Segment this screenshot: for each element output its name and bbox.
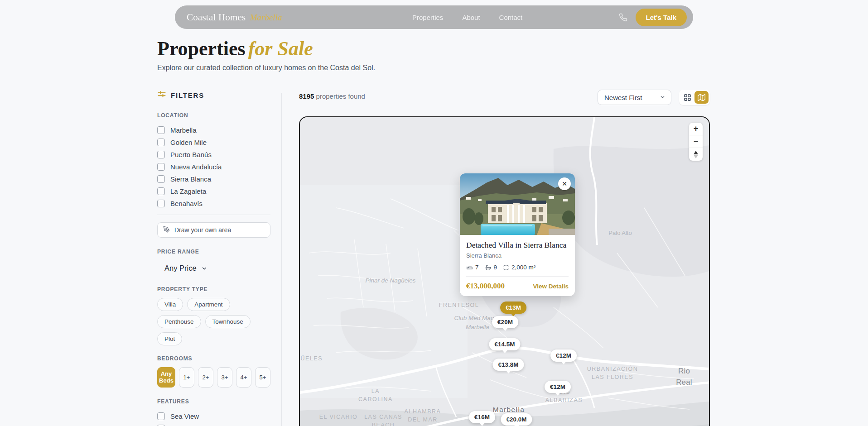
property-type-label: PROPERTY TYPE bbox=[157, 286, 270, 292]
lets-talk-button[interactable]: Let's Talk bbox=[636, 9, 687, 26]
map-marker[interactable]: €16M bbox=[469, 411, 495, 423]
results-count-suffix: properties found bbox=[314, 92, 365, 100]
bed-icon bbox=[466, 264, 473, 271]
map-marker[interactable]: €12M bbox=[545, 381, 571, 393]
compass-button[interactable] bbox=[689, 148, 703, 161]
map-canvas[interactable]: Palo Alto Pinar de Nagüeles FRENTESOL Cl… bbox=[299, 116, 710, 426]
checkbox-label[interactable]: Benahavís bbox=[170, 200, 203, 207]
map-marker[interactable]: €14.5M bbox=[489, 338, 520, 350]
checkbox-la-zagaleta[interactable] bbox=[157, 187, 165, 195]
villa-photo-illustration bbox=[460, 173, 575, 235]
page-header: Propertiesfor Sale Explore our curated c… bbox=[157, 37, 375, 72]
chip-townhouse[interactable]: Townhouse bbox=[205, 315, 251, 328]
map-marker[interactable]: €13.8M bbox=[492, 359, 524, 371]
map-marker[interactable]: €20M bbox=[492, 316, 518, 328]
checkbox-label[interactable]: Marbella bbox=[170, 126, 197, 134]
location-list[interactable]: Marbella Golden Mile Puerto Banús Nueva … bbox=[157, 124, 270, 208]
popup-location: Sierra Blanca bbox=[466, 252, 569, 259]
map-marker[interactable]: €12M bbox=[550, 349, 577, 362]
feature-option: Sea View bbox=[157, 410, 270, 422]
checkbox-label[interactable]: Puerto Banús bbox=[170, 151, 212, 158]
view-details-link[interactable]: View Details bbox=[533, 283, 569, 290]
chevron-down-icon bbox=[660, 94, 665, 101]
checkbox-label[interactable]: La Zagaleta bbox=[170, 187, 206, 195]
chip-villa[interactable]: Villa bbox=[157, 298, 183, 311]
zoom-in-button[interactable]: + bbox=[689, 123, 703, 135]
price-dropdown-value: Any Price bbox=[164, 264, 197, 273]
grid-view-button[interactable] bbox=[680, 91, 694, 104]
features-label: FEATURES bbox=[157, 398, 270, 405]
baths-feature: 9 bbox=[485, 264, 497, 271]
checkbox-nueva-andalucia[interactable] bbox=[157, 163, 165, 171]
nav-right: Let's Talk bbox=[619, 9, 687, 26]
page-subtitle: Explore our curated collection of luxury… bbox=[157, 64, 375, 72]
beds-2plus-button[interactable]: 2+ bbox=[198, 367, 213, 388]
page-title-accent: for Sale bbox=[248, 38, 313, 60]
nav-link-contact[interactable]: Contact bbox=[499, 14, 523, 21]
checkbox-sierra-blanca[interactable] bbox=[157, 175, 165, 183]
map-marker-selected[interactable]: €13M bbox=[500, 302, 526, 314]
beds-5plus-button[interactable]: 5+ bbox=[255, 367, 270, 388]
chip-apartment[interactable]: Apartment bbox=[187, 298, 230, 311]
area-value: 2,000 m² bbox=[511, 264, 535, 271]
map-controls: + − bbox=[689, 123, 703, 161]
location-option: Marbella bbox=[157, 124, 265, 136]
price-dropdown[interactable]: Any Price bbox=[157, 260, 270, 276]
close-icon[interactable]: ✕ bbox=[558, 177, 571, 190]
popup-title: Detached Villa in Sierra Blanca bbox=[466, 240, 569, 250]
filters-sidebar: FILTERS LOCATION Marbella Golden Mile Pu… bbox=[157, 90, 270, 426]
checkbox-label[interactable]: Sierra Blanca bbox=[170, 175, 211, 183]
results-count: 8195 properties found bbox=[299, 92, 365, 100]
phone-icon[interactable] bbox=[619, 13, 627, 22]
sort-dropdown[interactable]: Newest First bbox=[598, 90, 671, 105]
grid-icon bbox=[684, 94, 691, 101]
sort-dropdown-value: Newest First bbox=[604, 94, 642, 101]
beds-1plus-button[interactable]: 1+ bbox=[179, 367, 194, 388]
beds-feature: 7 bbox=[466, 264, 479, 271]
draw-area-label: Draw your own area bbox=[174, 226, 231, 234]
bath-icon bbox=[485, 264, 492, 271]
location-label: LOCATION bbox=[157, 112, 270, 119]
checkbox-marbella[interactable] bbox=[157, 126, 165, 134]
feature-option: Golf Frontline bbox=[157, 422, 270, 426]
map-icon bbox=[698, 94, 705, 101]
location-option: Sierra Blanca bbox=[157, 173, 265, 185]
zoom-out-button[interactable]: − bbox=[689, 135, 703, 148]
checkbox-sea-view[interactable] bbox=[157, 412, 165, 420]
map-view-button[interactable] bbox=[694, 91, 709, 104]
bedrooms-label: BEDROOMS bbox=[157, 355, 270, 362]
features-section: FEATURES Sea View Golf Frontline Gated C… bbox=[157, 398, 270, 426]
price-range-section: PRICE RANGE Any Price bbox=[157, 249, 270, 276]
brand-logo[interactable]: Coastal Homes Marbella bbox=[187, 12, 282, 23]
checkbox-benahavis[interactable] bbox=[157, 200, 165, 207]
popup-features: 7 9 2,000 m² bbox=[466, 264, 569, 271]
nav-link-about[interactable]: About bbox=[462, 14, 480, 21]
filters-icon bbox=[157, 90, 166, 101]
beds-4plus-button[interactable]: 4+ bbox=[236, 367, 251, 388]
location-option: Nueva Andalucía bbox=[157, 161, 265, 173]
property-photo: ✕ bbox=[460, 173, 575, 235]
nav-link-properties[interactable]: Properties bbox=[412, 14, 443, 21]
beds-any-button[interactable]: Any Beds bbox=[157, 367, 175, 388]
chip-plot[interactable]: Plot bbox=[157, 332, 182, 345]
checkbox-golden-mile[interactable] bbox=[157, 139, 165, 146]
draw-area-button[interactable]: Draw your own area bbox=[157, 222, 270, 238]
beds-3plus-button[interactable]: 3+ bbox=[217, 367, 232, 388]
location-option: Golden Mile bbox=[157, 136, 265, 148]
checkbox-label[interactable]: Sea View bbox=[170, 412, 199, 420]
checkbox-puerto-banus[interactable] bbox=[157, 151, 165, 158]
price-range-label: PRICE RANGE bbox=[157, 249, 270, 255]
property-popup: ✕ Detached Villa in Sierra Blanca Sierra… bbox=[460, 173, 575, 296]
property-type-chips: Villa Apartment Penthouse Townhouse Plot bbox=[157, 298, 266, 345]
checkbox-label[interactable]: Golden Mile bbox=[170, 139, 207, 146]
nav-links: Properties About Contact bbox=[412, 5, 522, 29]
divider bbox=[157, 215, 270, 215]
navbar: Coastal Homes Marbella Properties About … bbox=[175, 5, 693, 29]
popup-footer: €13,000,000 View Details bbox=[466, 276, 569, 291]
map-marker[interactable]: €20.0M bbox=[501, 413, 532, 426]
chip-penthouse[interactable]: Penthouse bbox=[157, 315, 201, 328]
pen-icon bbox=[163, 226, 170, 234]
area-icon bbox=[503, 264, 509, 271]
checkbox-label[interactable]: Nueva Andalucía bbox=[170, 163, 222, 171]
area-feature: 2,000 m² bbox=[503, 264, 535, 271]
